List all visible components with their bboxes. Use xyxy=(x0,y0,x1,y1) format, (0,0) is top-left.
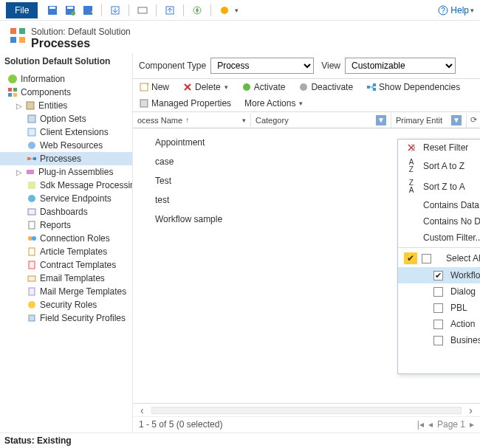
page-label: Page 1 xyxy=(437,419,465,430)
svg-rect-35 xyxy=(29,248,35,255)
tree-components[interactable]: Components xyxy=(0,86,132,99)
checkbox[interactable] xyxy=(433,320,443,329)
svg-rect-26 xyxy=(27,157,30,160)
tree-item[interactable]: Article Templates xyxy=(0,245,132,258)
tree-item[interactable]: Option Sets xyxy=(0,112,132,125)
first-page-icon[interactable]: |◂ xyxy=(417,419,424,430)
grid-header: ocess Name↑▾ Category▼ Primary Entit▼ ⟳ xyxy=(133,112,480,128)
component-type-select[interactable]: Process xyxy=(210,58,314,74)
deactivate-button[interactable]: Deactivate xyxy=(295,80,356,94)
prev-page-icon[interactable]: ◂ xyxy=(428,419,433,430)
contains-data[interactable]: Contains Data xyxy=(398,197,480,213)
save-icon[interactable] xyxy=(47,4,58,16)
select-all[interactable]: ✔ Select All xyxy=(398,249,480,267)
svg-rect-47 xyxy=(140,100,148,107)
custom-filter[interactable]: Custom Filter... xyxy=(398,230,480,246)
scroll-track[interactable] xyxy=(151,407,462,414)
more-actions-button[interactable]: More Actions▾ xyxy=(241,97,306,110)
svg-rect-41 xyxy=(140,83,148,91)
tree-processes[interactable]: Processes xyxy=(0,152,132,165)
delete-button[interactable]: Delete▾ xyxy=(179,80,231,94)
show-deps-button[interactable]: Show Dependencies xyxy=(363,80,463,94)
sort-az[interactable]: AZSort A to Z xyxy=(398,156,480,176)
col-category[interactable]: Category▼ xyxy=(251,113,391,128)
svg-rect-44 xyxy=(367,86,370,89)
svg-text:?: ? xyxy=(442,7,446,15)
translate-icon[interactable] xyxy=(137,4,148,16)
checkbox[interactable] xyxy=(433,287,443,297)
filter-opt-bpf[interactable]: Business Process Flow xyxy=(398,332,480,348)
save-new-icon[interactable] xyxy=(82,4,94,16)
tree-item[interactable]: Service Endpoints xyxy=(0,192,132,205)
svg-rect-45 xyxy=(373,83,376,86)
refresh-icon[interactable]: ⟳ xyxy=(467,115,480,125)
horizontal-scrollbar[interactable]: ‹ › xyxy=(133,403,480,416)
col-primary-entity[interactable]: Primary Entit▼ xyxy=(391,113,467,128)
tree-plugins[interactable]: ▷Plug-in Assemblies xyxy=(0,165,132,179)
view-select[interactable]: Customizable xyxy=(345,58,456,74)
tree-item[interactable]: Field Security Profiles xyxy=(0,311,132,325)
svg-rect-32 xyxy=(29,221,35,229)
tree-item[interactable]: Reports xyxy=(0,218,132,232)
process-icon xyxy=(9,27,27,44)
svg-rect-27 xyxy=(33,157,36,160)
tree-information[interactable]: Information xyxy=(0,72,132,86)
filter-icon[interactable]: ▼ xyxy=(376,115,386,125)
file-menu[interactable]: File xyxy=(6,2,38,18)
svg-rect-19 xyxy=(13,88,17,92)
svg-point-34 xyxy=(32,236,36,241)
separator xyxy=(210,4,211,16)
svg-point-25 xyxy=(28,142,35,149)
activate-button[interactable]: Activate xyxy=(239,80,289,94)
divider xyxy=(398,247,480,248)
dropdown-icon[interactable]: ▾ xyxy=(235,7,239,14)
tree-item[interactable]: Client Extensions xyxy=(0,125,132,139)
scroll-right-icon[interactable]: › xyxy=(464,404,477,416)
pager: 1 - 5 of 5 (0 selected) |◂ ◂ Page 1 ▸ xyxy=(133,416,480,432)
checkbox[interactable] xyxy=(433,303,443,313)
help-link[interactable]: ? Help▾ xyxy=(438,5,474,15)
next-page-icon[interactable]: ▸ xyxy=(470,419,474,430)
top-bar: File ▾ ? Help▾ xyxy=(0,0,480,21)
tree-item[interactable]: Web Resources xyxy=(0,139,132,152)
sort-za[interactable]: ZASort Z to A xyxy=(398,176,480,197)
tree-item[interactable]: Security Roles xyxy=(0,298,132,311)
tree-item[interactable]: Connection Roles xyxy=(0,232,132,245)
view-label: View xyxy=(321,61,340,71)
solution-label: Solution: Default Solution xyxy=(31,27,131,37)
reset-filter[interactable]: Reset Filter xyxy=(398,139,480,156)
import-icon[interactable] xyxy=(109,4,121,16)
filter-opt-dialog[interactable]: Dialog xyxy=(398,283,480,300)
main-panel: Component Type Process View Customizable… xyxy=(133,53,480,432)
tree-item[interactable]: Dashboards xyxy=(0,205,132,218)
svg-point-43 xyxy=(300,83,307,91)
checkbox[interactable]: ✔ xyxy=(433,271,443,280)
save-close-icon[interactable] xyxy=(64,4,76,16)
publish-icon[interactable] xyxy=(191,4,203,16)
col-process-name[interactable]: ocess Name↑▾ xyxy=(133,114,251,127)
svg-rect-13 xyxy=(10,28,16,34)
filter-icon[interactable]: ▼ xyxy=(451,115,462,125)
checkbox[interactable] xyxy=(433,336,443,345)
filter-opt-action[interactable]: Action xyxy=(398,316,480,332)
row-count: 1 - 5 of 5 (0 selected) xyxy=(139,419,222,430)
managed-props-button[interactable]: Managed Properties xyxy=(136,97,234,110)
filter-opt-workflow[interactable]: ✔Workflow xyxy=(398,267,480,283)
scroll-left-icon[interactable]: ‹ xyxy=(136,404,148,416)
tree-item[interactable]: Contract Templates xyxy=(0,258,132,272)
tree-item[interactable]: Email Templates xyxy=(0,272,132,285)
tree: Information Components ▷Entities Option … xyxy=(0,69,132,328)
checkbox[interactable] xyxy=(422,254,431,263)
svg-point-30 xyxy=(28,195,35,202)
tree-item[interactable]: Sdk Message Processing S... xyxy=(0,179,132,192)
actions-icon[interactable] xyxy=(219,4,230,16)
contains-no-data[interactable]: Contains No Data xyxy=(398,213,480,230)
svg-rect-38 xyxy=(29,288,35,295)
new-button[interactable]: New xyxy=(136,80,172,94)
svg-rect-24 xyxy=(28,128,35,136)
filter-opt-pbl[interactable]: PBL xyxy=(398,300,480,316)
tree-item[interactable]: Mail Merge Templates xyxy=(0,285,132,298)
tree-entities[interactable]: ▷Entities xyxy=(0,99,132,112)
export-icon[interactable] xyxy=(164,4,176,16)
separator xyxy=(183,4,184,16)
